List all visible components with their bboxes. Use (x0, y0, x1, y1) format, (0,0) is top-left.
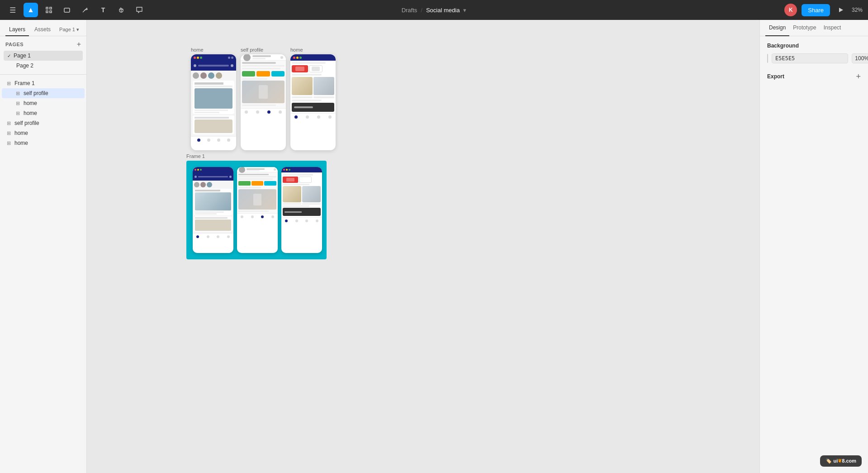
svg-rect-2 (46, 11, 48, 13)
frame-icon: ⊞ (5, 120, 12, 126)
svg-marker-5 (839, 8, 843, 12)
layer-self-profile[interactable]: ⊞ self profile (2, 88, 85, 98)
dropdown-arrow[interactable]: ▾ (463, 7, 466, 14)
svg-rect-0 (46, 7, 48, 9)
background-section-title: Background (767, 43, 861, 49)
page-selector[interactable]: Page 1 ▾ (57, 24, 81, 35)
layer-home4-label: home (14, 140, 28, 146)
layer-home2[interactable]: ⊞ home (2, 108, 85, 118)
right-tab-inspect[interactable]: Inspect (820, 20, 845, 36)
shape-tool-button[interactable] (60, 3, 74, 17)
background-row (767, 53, 861, 63)
share-button[interactable]: Share (802, 4, 830, 16)
bg-hex-input[interactable] (772, 53, 848, 63)
canvas-area[interactable]: home (87, 20, 759, 473)
project-title[interactable]: Social media (426, 7, 460, 14)
frame1-container (186, 161, 327, 259)
right-panel-content: Background Export + (760, 36, 868, 87)
top-frames-group: home (191, 47, 336, 150)
frame-label-home2: home (290, 47, 336, 53)
layer-frame1[interactable]: ⊞ Frame 1 (2, 78, 85, 88)
layer-self-profile2[interactable]: ⊞ self profile (2, 118, 85, 128)
layer-home3-label: home (14, 130, 28, 136)
right-tab-design[interactable]: Design (765, 20, 789, 36)
tab-assets[interactable]: Assets (31, 24, 54, 36)
svg-rect-4 (64, 8, 70, 12)
page-item-page2[interactable]: Page 2 (4, 61, 83, 71)
frame-label-home1: home (191, 47, 236, 53)
phone-frame-home2[interactable]: home (290, 47, 336, 150)
main-menu-button[interactable]: ☰ (5, 3, 20, 17)
user-avatar[interactable]: K (784, 4, 797, 16)
layer-home3[interactable]: ⊞ home (2, 128, 85, 138)
pages-section-title: Pages (5, 42, 24, 47)
export-add-button[interactable]: + (856, 72, 861, 81)
page-list: ✓ Page 1 Page 2 (0, 51, 86, 71)
frame-icon: ⊞ (5, 130, 12, 136)
add-page-button[interactable]: + (77, 41, 81, 48)
frame1-phone-home2 (281, 167, 322, 253)
right-tabs: Design Prototype Inspect (760, 20, 868, 36)
right-sidebar: Design Prototype Inspect Background Expo… (759, 20, 868, 473)
layer-home1-label: home (24, 100, 37, 106)
toolbar-center: Drafts / Social media ▾ (402, 7, 467, 14)
watermark: 🏷️ ui❦8.com (820, 455, 862, 467)
layers-divider (0, 74, 86, 75)
watermark-emoji: 🏷️ (825, 458, 832, 463)
top-phone-row: home (191, 47, 336, 150)
play-button[interactable] (835, 4, 847, 16)
layer-self-profile2-label: self profile (14, 120, 39, 126)
phone-mock-home1 (191, 54, 236, 150)
frame-label-selfprofile: self profile (241, 47, 286, 53)
frame-icon: ⊞ (5, 81, 12, 86)
left-sidebar: Layers Assets Page 1 ▾ Pages + ✓ Page 1 … (0, 20, 87, 473)
layer-self-profile-label: self profile (24, 90, 48, 96)
pages-section-header: Pages + (0, 36, 86, 51)
sidebar-tabs: Layers Assets Page 1 ▾ (0, 20, 86, 36)
svg-rect-1 (50, 7, 52, 9)
export-label: Export (767, 73, 784, 80)
comment-tool-button[interactable] (132, 3, 147, 17)
right-tab-prototype[interactable]: Prototype (789, 20, 820, 36)
frame1-phone-selfprofile (237, 167, 278, 253)
select-tool-button[interactable]: ▲ (24, 3, 38, 17)
layer-list: ⊞ Frame 1 ⊞ self profile ⊞ home ⊞ home ⊞… (0, 78, 86, 473)
toolbar-right: K Share 32% (784, 4, 863, 16)
frame1-label: Frame 1 (186, 153, 327, 159)
pen-tool-button[interactable] (78, 3, 92, 17)
breadcrumb-separator: / (421, 7, 422, 14)
bg-color-swatch[interactable] (767, 54, 768, 63)
phone-mock-selfprofile (241, 54, 286, 150)
phone-mock-home2 (290, 54, 336, 150)
toolbar: ☰ ▲ T Drafts / Social media ▾ (0, 0, 868, 20)
phone-frame-home1[interactable]: home (191, 47, 236, 150)
frame-icon: ⊞ (14, 91, 21, 96)
page1-label: Page 1 (14, 53, 31, 59)
frame-icon: ⊞ (5, 140, 12, 146)
layer-home4[interactable]: ⊞ home (2, 138, 85, 148)
hand-tool-button[interactable] (114, 3, 128, 17)
phone-frame-selfprofile[interactable]: self profile (241, 47, 286, 150)
breadcrumb-parent: Drafts (402, 7, 417, 14)
layer-frame1-label: Frame 1 (14, 80, 35, 86)
tab-layers[interactable]: Layers (5, 24, 29, 36)
export-row: Export + (767, 72, 861, 81)
main-layout: Layers Assets Page 1 ▾ Pages + ✓ Page 1 … (0, 20, 868, 473)
frame1-group[interactable]: Frame 1 (186, 153, 327, 259)
canvas-content: home (87, 20, 759, 473)
frame-icon: ⊞ (14, 110, 21, 116)
zoom-level[interactable]: 32% (852, 7, 863, 13)
layer-home1[interactable]: ⊞ home (2, 98, 85, 108)
page-active-check: ✓ (7, 53, 11, 58)
page-item-page1[interactable]: ✓ Page 1 (4, 51, 83, 61)
text-tool-button[interactable]: T (96, 3, 110, 17)
frame-tool-button[interactable] (42, 3, 56, 17)
layer-home2-label: home (24, 110, 37, 116)
frame-icon: ⊞ (14, 100, 21, 106)
svg-rect-3 (50, 11, 52, 13)
frame1-phone-home1 (193, 167, 233, 253)
page2-label: Page 2 (16, 62, 33, 69)
bg-opacity-input[interactable] (852, 53, 868, 63)
